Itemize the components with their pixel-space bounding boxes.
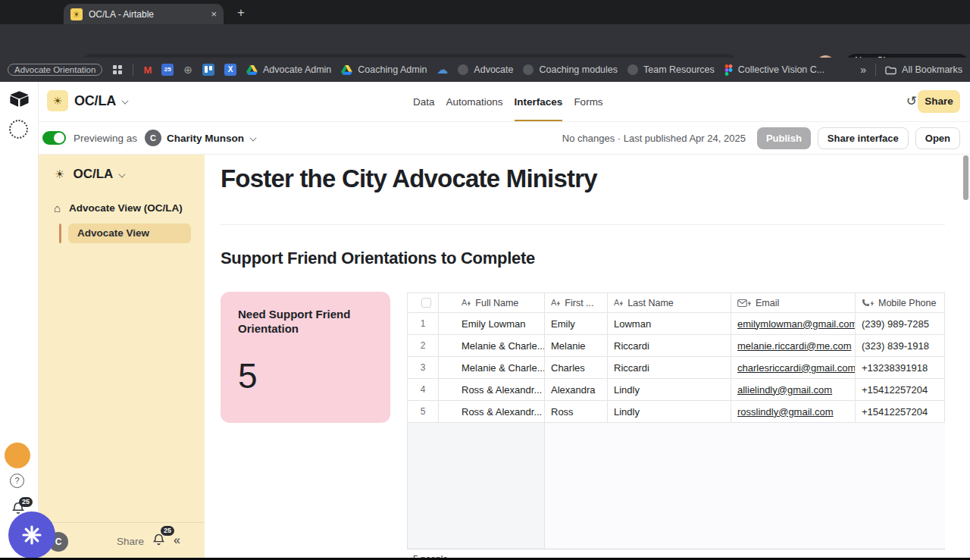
bookmark-advocate-orientation[interactable]: Advocate Orientation	[8, 64, 102, 76]
new-tab-button[interactable]: +	[232, 4, 250, 22]
cell-email[interactable]: melanie.riccardi@me.com	[731, 335, 855, 356]
preview-user-name[interactable]: Charity Munson	[167, 133, 244, 144]
publish-status-text: No changes · Last published Apr 24, 2025	[562, 133, 746, 144]
all-bookmarks-button[interactable]: All Bookmarks	[885, 64, 962, 75]
column-header-email[interactable]: Email	[731, 293, 855, 312]
bookmark-collective-vision[interactable]: Collective Vision C...	[724, 64, 824, 76]
email-link[interactable]: charlesriccardi@gmail.com	[737, 362, 855, 374]
cell-full-name[interactable]: Melanie & Charle...	[438, 335, 544, 356]
email-link[interactable]: rosslindly@gmail.com	[737, 406, 834, 418]
cell-phone[interactable]: (323) 839-1918	[855, 335, 946, 356]
cell-first-name[interactable]: Ross	[544, 401, 607, 422]
table-row[interactable]: 1 Emily Lowman Emily Lowman emilymlowman…	[407, 313, 945, 335]
cell-last-name[interactable]: Riccardi	[607, 335, 731, 356]
collapse-sidebar-icon[interactable]: «	[174, 533, 180, 547]
bookmark-coaching-admin[interactable]: Coaching Admin	[341, 64, 427, 75]
ai-assistant-button[interactable]	[8, 512, 55, 558]
sidebar-group-advocate-view[interactable]: ⌂ Advocate View (OC/LA)	[54, 202, 183, 214]
user-avatar[interactable]	[5, 443, 30, 468]
trello-bookmark-icon[interactable]	[202, 64, 214, 76]
cell-full-name[interactable]: Emily Lowman	[438, 313, 544, 334]
gmail-bookmark-icon[interactable]: M	[143, 64, 152, 76]
tab-interfaces[interactable]: Interfaces	[515, 82, 563, 121]
tab-forms[interactable]: Forms	[574, 82, 602, 121]
apps-grid-icon[interactable]	[112, 64, 123, 75]
base-name[interactable]: OC/LA	[74, 93, 128, 109]
help-icon[interactable]: ?	[10, 474, 24, 488]
select-all-cell[interactable]	[408, 293, 438, 312]
email-link[interactable]: melanie.riccardi@me.com	[737, 340, 851, 352]
sidebar-share-button[interactable]: Share	[117, 536, 144, 547]
base-sun-icon[interactable]: ☀	[47, 90, 68, 111]
sidebar-item-advocate-view[interactable]: Advocate View	[68, 224, 191, 243]
cell-phone[interactable]: +13238391918	[855, 357, 946, 378]
table-row[interactable]: 3 Melanie & Charle... Charles Riccardi c…	[407, 357, 945, 379]
bookmark-advocate-admin[interactable]: Advocate Admin	[246, 64, 331, 75]
select-all-checkbox[interactable]	[421, 298, 431, 308]
cell-email[interactable]: emilymlowman@gmail.com	[731, 313, 855, 334]
stat-card-need-orientation[interactable]: Need Support Friend Orientation 5	[221, 292, 390, 423]
cell-first-name[interactable]: Alexandra	[544, 379, 607, 400]
preview-toggle[interactable]	[42, 131, 66, 145]
table-row[interactable]: 4 Ross & Alexandr... Alexandra Lindly al…	[407, 379, 945, 401]
cell-phone[interactable]: (239) 989-7285	[855, 313, 946, 334]
share-interface-button[interactable]: Share interface	[818, 127, 909, 149]
browser-tab[interactable]: ☀ OC/LA - Airtable ×	[64, 4, 224, 24]
cell-full-name[interactable]: Ross & Alexandr...	[438, 401, 544, 422]
stat-card-value: 5	[238, 355, 373, 396]
email-link[interactable]: emilymlowman@gmail.com	[737, 318, 855, 330]
cell-full-name[interactable]: Ross & Alexandr...	[438, 379, 544, 400]
section-title: Support Friend Orientations to Complete	[221, 249, 535, 268]
notification-count-badge: 25	[19, 497, 33, 507]
chevron-down-icon[interactable]	[250, 134, 257, 141]
cell-email[interactable]: rosslindly@gmail.com	[731, 401, 855, 422]
cell-first-name[interactable]: Emily	[544, 313, 607, 334]
globe-bookmark-icon[interactable]: ⊕	[183, 64, 192, 76]
cell-last-name[interactable]: Lindly	[607, 401, 731, 422]
cell-last-name[interactable]: Lindly	[607, 379, 731, 400]
bookmarks-overflow-icon[interactable]: »	[860, 64, 866, 76]
column-header-last-name[interactable]: A Last Name	[607, 293, 731, 312]
bookmark-label: Coaching Admin	[358, 64, 427, 75]
publish-button[interactable]: Publish	[757, 127, 811, 149]
tab-data[interactable]: Data	[413, 82, 435, 121]
history-icon[interactable]: ↺	[906, 93, 917, 109]
calendar-bookmark-icon[interactable]: 25	[161, 64, 174, 76]
sidebar-base-name[interactable]: ☀ OC/LA	[55, 167, 125, 182]
bookmark-coaching-modules[interactable]: Coaching modules	[523, 64, 618, 75]
share-button[interactable]: Share	[918, 90, 960, 113]
cell-first-name[interactable]: Charles	[544, 357, 607, 378]
column-header-mobile-phone[interactable]: Mobile Phone	[855, 293, 946, 312]
starburst-icon	[20, 524, 43, 546]
column-header-first-name[interactable]: A First ...	[544, 293, 607, 312]
cell-last-name[interactable]: Riccardi	[607, 357, 731, 378]
cell-first-name[interactable]: Melanie	[544, 335, 607, 356]
bookmark-advocate[interactable]: Advocate	[458, 64, 513, 75]
cloud-bookmark-icon[interactable]: ☁	[436, 63, 448, 77]
column-header-full-name[interactable]: A Full Name	[438, 293, 544, 312]
email-link[interactable]: allielindly@gmail.com	[737, 384, 832, 396]
airtable-favicon-icon: ☀	[70, 8, 83, 20]
tab-automations[interactable]: Automations	[446, 82, 503, 121]
tab-close-icon[interactable]: ×	[211, 8, 217, 20]
table-row[interactable]: 5 Ross & Alexandr... Ross Lindly rosslin…	[407, 401, 945, 423]
cell-full-name[interactable]: Melanie & Charle...	[438, 357, 544, 378]
table-row[interactable]: 2 Melanie & Charle... Melanie Riccardi m…	[407, 335, 945, 357]
workspace-icon[interactable]	[9, 120, 28, 139]
cell-email[interactable]: allielindly@gmail.com	[731, 379, 855, 400]
column-label: Email	[756, 298, 779, 308]
cell-phone[interactable]: +15412257204	[855, 379, 946, 400]
cell-email[interactable]: charlesriccardi@gmail.com	[731, 357, 855, 378]
left-rail: ? 25	[0, 82, 39, 560]
airtable-logo-icon[interactable]	[10, 91, 29, 107]
bookmark-team-resources[interactable]: Team Resources	[627, 64, 715, 75]
vertical-scrollbar[interactable]	[963, 155, 968, 200]
open-button[interactable]: Open	[915, 127, 960, 149]
sun-icon: ☀	[55, 167, 64, 181]
default-favicon-icon	[458, 64, 468, 75]
x-bookmark-icon[interactable]: X	[224, 64, 236, 76]
cell-last-name[interactable]: Lowman	[607, 313, 731, 334]
cell-phone[interactable]: +15412257204	[855, 401, 946, 422]
chevron-down-icon	[121, 97, 128, 104]
chevron-down-icon	[119, 171, 126, 177]
